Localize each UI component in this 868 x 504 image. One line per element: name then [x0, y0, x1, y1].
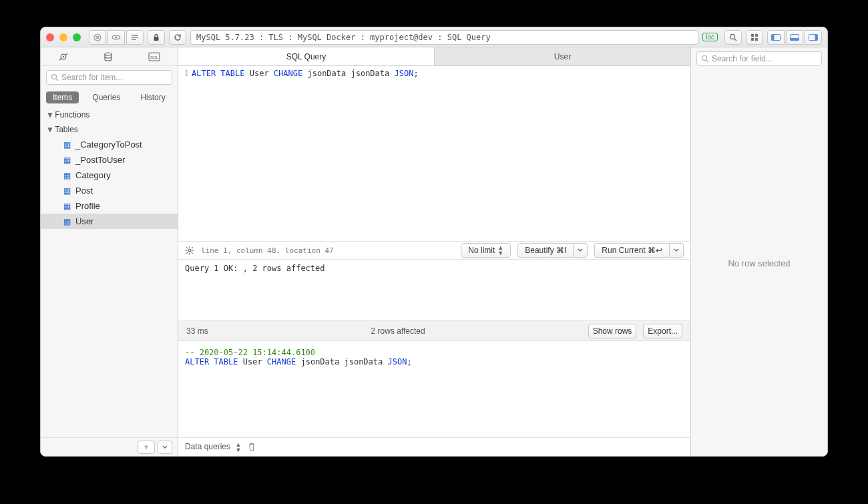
stepper-icon: ▲▼ — [497, 245, 503, 256]
panel-toggle-segment — [767, 30, 822, 45]
tree-group-label: Tables — [55, 125, 78, 134]
cursor-position: line 1, column 48, location 47 — [201, 246, 334, 255]
connection-path-text: MySQL 5.7.23 : TLS : MySQL Docker : mypr… — [196, 33, 491, 42]
export-button[interactable]: Export... — [643, 324, 682, 338]
table-item-user[interactable]: ▦User — [41, 214, 178, 229]
table-item[interactable]: ▦Post — [41, 183, 178, 198]
data-queries-selector[interactable]: Data queries ▲▼ — [185, 442, 241, 453]
sidebar-mode-icons: SQL — [41, 47, 178, 66]
result-message: Query 1 OK: , 2 rows affected — [178, 260, 690, 321]
database-icon[interactable] — [103, 51, 114, 62]
left-panel-icon — [771, 34, 781, 41]
toggle-right-panel-button[interactable] — [805, 30, 822, 45]
tab-sql-query[interactable]: SQL Query — [178, 47, 435, 65]
connection-path[interactable]: MySQL 5.7.23 : TLS : MySQL Docker : mypr… — [190, 30, 698, 45]
lock-button[interactable] — [148, 30, 165, 45]
data-queries-label: Data queries — [185, 442, 230, 451]
search-icon — [701, 55, 709, 63]
search-icon — [729, 33, 737, 41]
tab-label: User — [554, 52, 571, 61]
beautify-split: Beautify ⌘I — [517, 243, 588, 258]
limit-label: No limit — [468, 246, 495, 255]
refresh-button[interactable] — [169, 30, 186, 45]
table-item[interactable]: ▦Profile — [41, 198, 178, 214]
kw-alter: ALTER — [185, 357, 209, 366]
table-name: _CategoryToPost — [75, 140, 142, 150]
ident-cols: jsonData jsonData — [300, 357, 383, 366]
table-item[interactable]: ▦_CategoryToPost — [41, 137, 178, 152]
run-menu-button[interactable] — [670, 243, 684, 258]
svg-line-9 — [734, 39, 736, 41]
table-name: _PostToUser — [75, 155, 125, 165]
table-icon: ▦ — [62, 171, 71, 180]
table-name: User — [75, 216, 93, 226]
toggle-left-panel-button[interactable] — [767, 30, 785, 45]
export-label: Export... — [648, 326, 678, 336]
query-history[interactable]: -- 2020-05-22 15:14:44.6100 ALTER TABLE … — [178, 341, 690, 437]
grid-button[interactable] — [746, 30, 763, 45]
ident-user: User — [243, 357, 262, 366]
editor-code[interactable]: ALTER TABLE User CHANGE jsonData jsonDat… — [192, 66, 690, 241]
details-empty-state: No row selected — [691, 70, 827, 456]
editor-status-bar: line 1, column 48, location 47 No limit … — [178, 241, 690, 260]
cancel-icon — [93, 33, 101, 41]
svg-rect-15 — [772, 34, 775, 40]
add-item-button[interactable]: ＋ — [138, 441, 155, 454]
kw-alter: ALTER — [192, 69, 216, 78]
minimize-window-button[interactable] — [59, 33, 67, 41]
run-label: Run Current ⌘↩ — [602, 246, 662, 255]
sidebar-tab-queries[interactable]: Queries — [85, 91, 127, 103]
tab-user[interactable]: User — [435, 47, 690, 65]
sql-icon[interactable]: SQL — [148, 52, 160, 61]
titlebar: MySQL 5.7.23 : TLS : MySQL Docker : mypr… — [41, 27, 827, 47]
table-item[interactable]: ▦_PostToUser — [41, 152, 178, 168]
details-search[interactable]: Search for field... — [696, 51, 822, 66]
sidebar: SQL Search for item... Items Queries His… — [41, 47, 178, 456]
sidebar-tree: ▼ Functions ▼ Tables ▦_CategoryToPost ▦_… — [41, 106, 178, 437]
beautify-menu-button[interactable] — [574, 243, 588, 258]
add-item-menu-button[interactable] — [158, 441, 172, 454]
close-window-button[interactable] — [46, 33, 54, 41]
gear-icon[interactable] — [185, 246, 194, 255]
bottom-panel-icon — [790, 34, 799, 41]
delete-query-button[interactable] — [248, 443, 256, 452]
svg-rect-19 — [815, 34, 818, 40]
sidebar-search[interactable]: Search for item... — [46, 70, 172, 85]
svg-line-35 — [186, 252, 188, 254]
sidebar-tab-items[interactable]: Items — [46, 91, 79, 103]
right-panel-icon — [809, 34, 818, 41]
history-timestamp: -- 2020-05-22 15:14:44.6100 — [185, 348, 315, 357]
table-item[interactable]: ▦Category — [41, 168, 178, 183]
svg-point-3 — [115, 36, 117, 38]
table-icon: ▦ — [62, 186, 71, 196]
connection-icon[interactable] — [58, 51, 69, 62]
format-button[interactable] — [126, 30, 144, 45]
line-number: 1 — [184, 69, 189, 78]
sidebar-tab-history[interactable]: History — [134, 91, 172, 103]
tree-group-tables[interactable]: ▼ Tables — [41, 122, 178, 137]
result-bar: 33 ms 2 rows affected Show rows Export..… — [178, 321, 690, 341]
zoom-window-button[interactable] — [73, 33, 81, 41]
limit-selector[interactable]: No limit ▲▼ — [461, 243, 511, 258]
sql-editor[interactable]: 1 ALTER TABLE User CHANGE jsonData jsonD… — [178, 66, 690, 241]
svg-point-36 — [702, 56, 707, 61]
beautify-button[interactable]: Beautify ⌘I — [517, 243, 574, 258]
svg-rect-11 — [755, 34, 758, 37]
kw-table: TABLE — [214, 357, 238, 366]
search-button[interactable] — [724, 30, 742, 45]
query-toolbar-segment — [89, 30, 144, 45]
details-panel: Search for field... No row selected — [690, 47, 827, 456]
semicolon: ; — [413, 69, 418, 78]
show-rows-button[interactable]: Show rows — [588, 324, 637, 338]
tree-group-functions[interactable]: ▼ Functions — [41, 107, 178, 122]
run-button[interactable]: Run Current ⌘↩ — [594, 243, 670, 258]
window-controls — [46, 33, 81, 41]
table-icon: ▦ — [62, 217, 71, 226]
elapsed-time: 33 ms — [186, 326, 208, 336]
app-window: MySQL 5.7.23 : TLS : MySQL Docker : mypr… — [40, 27, 828, 457]
preview-button[interactable] — [107, 30, 125, 45]
toggle-bottom-panel-button[interactable] — [786, 30, 803, 45]
stepper-icon: ▲▼ — [235, 442, 241, 453]
cancel-query-button[interactable] — [89, 30, 106, 45]
table-name: Post — [75, 186, 93, 196]
